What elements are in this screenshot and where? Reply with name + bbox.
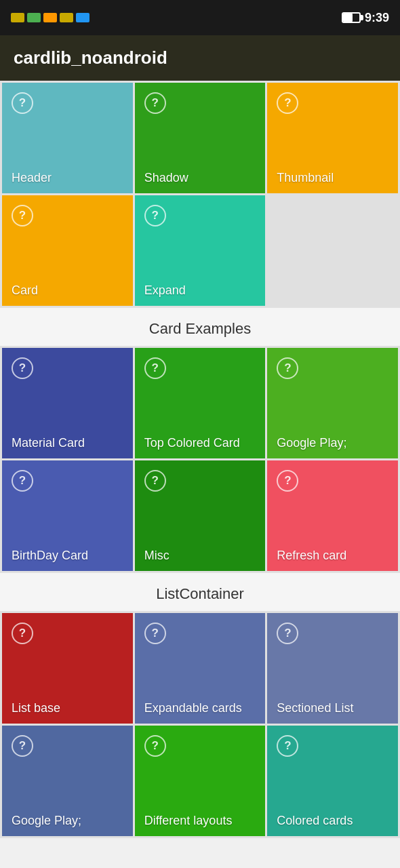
item-label-thumbnail: Thumbnail	[277, 171, 334, 185]
question-badge-shadow: ?	[144, 92, 166, 114]
question-badge-google-play: ?	[277, 357, 298, 379]
item-label-refresh-card: Refresh card	[277, 549, 346, 563]
question-badge-thumbnail: ?	[277, 92, 298, 114]
network-icon	[27, 13, 41, 22]
app-title: cardlib_noandroid	[14, 47, 167, 68]
question-badge-list-base: ?	[12, 623, 33, 644]
item-label-top-colored-card: Top Colored Card	[144, 436, 240, 450]
wifi-icon	[76, 13, 89, 22]
question-badge-expandable-cards: ?	[144, 623, 166, 644]
item-label-material-card: Material Card	[12, 436, 85, 450]
list-container-grid: ? List base ? Expandable cards ? Section…	[0, 611, 400, 838]
question-badge-google-play2: ?	[12, 735, 33, 757]
status-time: 9:39	[365, 11, 389, 25]
grid-item-sectioned-list[interactable]: ? Sectioned List	[267, 613, 398, 724]
question-badge-refresh-card: ?	[277, 470, 298, 492]
grid-item-birthday-card[interactable]: ? BirthDay Card	[2, 460, 133, 571]
item-label-colored-cards: Colored cards	[277, 814, 353, 828]
media-icon	[43, 13, 57, 22]
grid-item-colored-cards[interactable]: ? Colored cards	[267, 726, 398, 836]
settings-icon	[60, 13, 73, 22]
item-label-header: Header	[12, 171, 52, 185]
question-badge-expand: ?	[144, 205, 166, 226]
notification-icon	[11, 13, 24, 22]
grid-item-shadow[interactable]: ? Shadow	[135, 83, 266, 193]
item-label-card: Card	[12, 283, 38, 298]
grid-item-expandable-cards[interactable]: ? Expandable cards	[135, 613, 266, 724]
grid-item-top-colored-card[interactable]: ? Top Colored Card	[135, 348, 266, 458]
card-examples-grid: ? Material Card ? Top Colored Card ? Goo…	[0, 346, 400, 573]
top-grid: ? Header ? Shadow ? Thumbnail ? Card ? E…	[0, 81, 400, 308]
item-label-google-play2: Google Play;	[12, 814, 81, 828]
question-badge-top-colored-card: ?	[144, 357, 166, 379]
item-label-list-base: List base	[12, 701, 60, 715]
grid-item-misc[interactable]: ? Misc	[135, 460, 266, 571]
item-label-sectioned-list: Sectioned List	[277, 701, 353, 715]
grid-item-expand[interactable]: ? Expand	[135, 195, 266, 306]
item-label-misc: Misc	[144, 549, 169, 563]
grid-item-google-play[interactable]: ? Google Play;	[267, 348, 398, 458]
grid-item-list-base[interactable]: ? List base	[2, 613, 133, 724]
item-label-shadow: Shadow	[144, 171, 188, 185]
item-label-google-play: Google Play;	[277, 436, 346, 450]
grid-item-different-layouts[interactable]: ? Different layouts	[135, 726, 266, 836]
question-badge-birthday-card: ?	[12, 470, 33, 492]
item-label-different-layouts: Different layouts	[144, 814, 233, 828]
list-container-header: ListContainer	[0, 573, 400, 611]
question-badge-colored-cards: ?	[277, 735, 298, 757]
app-bar: cardlib_noandroid	[0, 35, 400, 81]
card-examples-header: Card Examples	[0, 308, 400, 346]
item-label-expandable-cards: Expandable cards	[144, 701, 242, 715]
grid-item-thumbnail[interactable]: ? Thumbnail	[267, 83, 398, 193]
grid-item-card[interactable]: ? Card	[2, 195, 133, 306]
question-badge-header: ?	[12, 92, 33, 114]
question-badge-card: ?	[12, 205, 33, 226]
grid-item-refresh-card[interactable]: ? Refresh card	[267, 460, 398, 571]
battery-icon	[342, 12, 361, 23]
question-badge-different-layouts: ?	[144, 735, 166, 757]
status-bar: 9:39	[0, 0, 400, 35]
status-time-group: 9:39	[342, 11, 389, 25]
grid-item-google-play2[interactable]: ? Google Play;	[2, 726, 133, 836]
grid-item-header[interactable]: ? Header	[2, 83, 133, 193]
question-badge-sectioned-list: ?	[277, 623, 298, 644]
grid-item-material-card[interactable]: ? Material Card	[2, 348, 133, 458]
status-icons	[11, 13, 89, 22]
question-badge-material-card: ?	[12, 357, 33, 379]
question-badge-misc: ?	[144, 470, 166, 492]
item-label-expand: Expand	[144, 283, 186, 298]
item-label-birthday-card: BirthDay Card	[12, 549, 88, 563]
